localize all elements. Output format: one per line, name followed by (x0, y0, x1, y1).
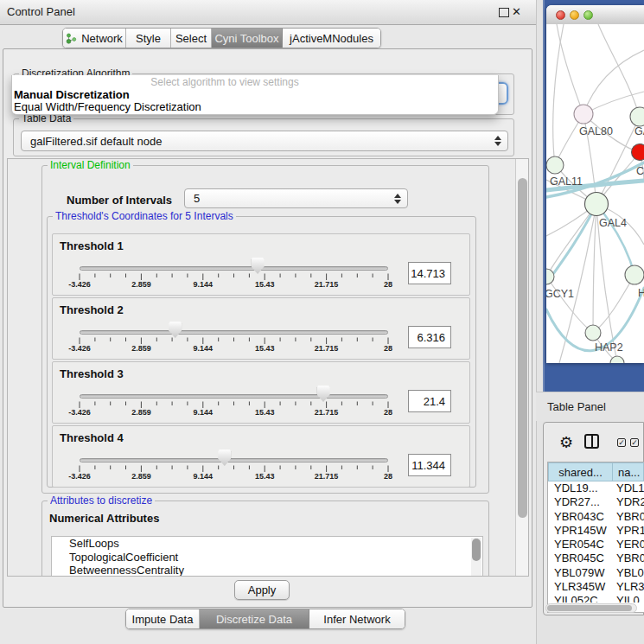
threshold-1-slider-thumb[interactable] (252, 258, 265, 274)
attribute-item-topologicalcoefficient[interactable]: TopologicalCoefficient (52, 551, 482, 564)
network-canvas[interactable]: GAL80GACGAL11GAL4GCY1HHAP2 (546, 24, 644, 363)
tick-label: 15.43 (255, 280, 275, 289)
table-row[interactable]: YDR27...YDR2... (548, 495, 644, 509)
zoom-traffic-light[interactable] (583, 10, 593, 20)
threshold-4-value-field[interactable]: 11.344 (408, 454, 451, 476)
network-window-titlebar[interactable] (546, 5, 644, 25)
table-row[interactable]: YDL19...YDL1... (548, 481, 644, 495)
split-columns-icon[interactable] (584, 434, 599, 449)
tab-impute-data[interactable]: Impute Data (126, 609, 200, 628)
table-row[interactable]: YBR045CYBR0... (548, 552, 644, 565)
algorithm-option-equal-width-frequency-discretization[interactable]: Equal Width/Frequency Discretization (12, 101, 498, 113)
float-window-icon[interactable] (499, 8, 509, 17)
attribute-item-selfloops[interactable]: SelfLoops (52, 537, 482, 551)
network-node[interactable] (546, 269, 554, 284)
tick-label: 9.144 (194, 344, 214, 353)
tab-label: Discretize Data (216, 613, 292, 626)
node-label: HAP2 (595, 341, 623, 354)
tab-label: Cyni Toolbox (214, 32, 278, 45)
threshold-3-value-field[interactable]: 21.4 (408, 390, 451, 412)
table-row[interactable]: YBL079WYBL0... (548, 566, 644, 580)
thresholds-group: Threshold's Coordinates for 5 Intervals … (47, 216, 476, 488)
table-row[interactable]: YBR043CYBR0... (548, 510, 644, 524)
network-node[interactable] (632, 144, 644, 161)
attributes-group-label: Attributes to discretize (48, 494, 155, 507)
cell-name: YIL0... (613, 594, 644, 603)
threshold-2-slider-thumb[interactable] (169, 322, 182, 338)
attributes-list-scrollbar[interactable] (471, 538, 481, 576)
interval-definition-label: Interval Definition (48, 159, 133, 171)
cell-shared-name: YER054C (548, 538, 613, 552)
close-traffic-light[interactable] (556, 10, 565, 20)
network-view-window: GAL80GACGAL11GAL4GCY1HHAP2 (546, 5, 644, 363)
network-node[interactable] (585, 325, 601, 341)
network-node[interactable] (610, 356, 624, 363)
settings-vertical-scrollbar[interactable] (515, 159, 529, 576)
close-icon[interactable]: ✕ (512, 4, 521, 20)
numerical-attributes-label: Numerical Attributes (49, 512, 159, 525)
minimize-traffic-light[interactable] (570, 10, 579, 20)
threshold-4-slider-track[interactable] (80, 458, 388, 462)
tab-network[interactable]: Network (63, 29, 126, 48)
network-node[interactable] (546, 156, 564, 174)
cell-shared-name: YIL052C (548, 594, 613, 603)
table-data-combobox[interactable]: galFiltered.sif default node (21, 131, 508, 151)
tick-label: 15.43 (255, 408, 275, 417)
threshold-3-panel: Threshold 3-3.4262.8599.14415.4321.71528… (52, 361, 470, 424)
tab-style[interactable]: Style (126, 29, 171, 48)
network-node[interactable] (585, 193, 609, 216)
network-node[interactable] (574, 105, 593, 124)
threshold-4-label: Threshold 4 (60, 431, 124, 444)
table-row[interactable]: YIL052CYIL0... (548, 594, 644, 603)
threshold-3-slider-track[interactable] (80, 394, 388, 399)
tab-infer-network[interactable]: Infer Network (309, 609, 405, 628)
algorithm-option-manual-discretization[interactable]: Manual Discretization (12, 89, 498, 101)
tick-label: 9.144 (194, 280, 214, 289)
apply-button[interactable]: Apply (234, 580, 290, 600)
top-tab-bar: NetworkStyleSelectCyni ToolboxjActiveMNo… (62, 28, 381, 48)
threshold-3-slider-thumb[interactable] (317, 386, 330, 402)
tick-label: -3.426 (68, 344, 91, 353)
numerical-attributes-list[interactable]: SelfLoopsTopologicalCoefficientBetweenne… (51, 536, 483, 577)
attribute-item-betweennesscentrality[interactable]: BetweennessCentrality (52, 564, 482, 577)
cell-shared-name: YBR043C (548, 510, 613, 524)
gear-icon[interactable]: ⚙ (559, 435, 573, 450)
table-row[interactable]: YPR145WYPR1... (548, 524, 644, 538)
threshold-3-label: Threshold 3 (60, 367, 124, 380)
table-scrollbar-thumb[interactable] (547, 605, 632, 611)
tab-discretize-data[interactable]: Discretize Data (200, 609, 309, 628)
node-label: GAL4 (599, 217, 627, 229)
threshold-4-slider-thumb[interactable] (218, 450, 231, 466)
column-header-name[interactable]: na... (613, 462, 644, 481)
table-row[interactable]: YER054CYER0... (548, 538, 644, 552)
table-panel-widget: ⚙ ✓ ✓ shared... na... YDL19...YDL1...YDR… (543, 422, 644, 615)
cell-shared-name: YBL079W (548, 566, 613, 580)
settings-scrollbar-thumb[interactable] (518, 178, 527, 518)
cell-shared-name: YBR045C (548, 552, 613, 565)
tick-label: 2.859 (131, 408, 151, 417)
number-of-intervals-combobox[interactable]: 5 (184, 188, 408, 208)
network-icon (66, 33, 77, 44)
tick-label: -3.426 (68, 472, 91, 481)
tab-select[interactable]: Select (171, 29, 212, 48)
cell-name: YBR0... (613, 552, 644, 565)
checkbox-icon[interactable]: ✓ (617, 438, 626, 447)
checkbox-icon[interactable]: ✓ (630, 438, 639, 447)
threshold-2-value-field[interactable]: 6.316 (408, 326, 451, 348)
node-label: C (636, 165, 644, 177)
threshold-2-slider-track[interactable] (80, 330, 388, 335)
table-horizontal-scrollbar[interactable] (545, 603, 637, 613)
network-node[interactable] (625, 265, 644, 284)
column-header-shared-name[interactable]: shared... (548, 462, 613, 481)
tab-jactivemnodules[interactable]: jActiveMNodules (283, 29, 380, 48)
table-row[interactable]: YLR345WYLR3... (548, 580, 644, 594)
network-node[interactable] (630, 107, 644, 126)
threshold-1-value-field[interactable]: 14.713 (408, 262, 451, 284)
number-of-intervals-label: Number of Intervals (67, 194, 172, 207)
threshold-1-panel: Threshold 1-3.4262.8599.14415.4321.71528… (52, 233, 470, 296)
cell-name: YER0... (613, 538, 644, 552)
attributes-list-scrollbar-thumb[interactable] (472, 539, 481, 561)
tab-cyni-toolbox[interactable]: Cyni Toolbox (212, 29, 283, 48)
table-rows: YDL19...YDL1...YDR27...YDR2...YBR043CYBR… (548, 481, 644, 603)
threshold-1-slider-track[interactable] (80, 266, 388, 271)
